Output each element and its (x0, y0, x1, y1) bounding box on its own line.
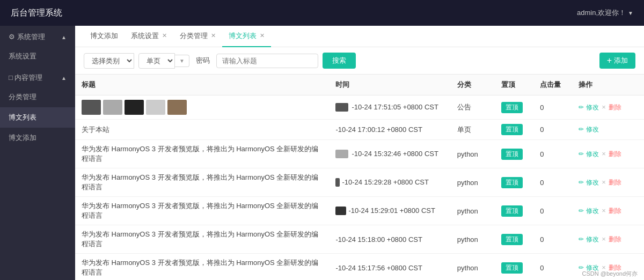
edit-button[interactable]: ✏ 修改 (579, 150, 598, 158)
cell-category: python (451, 168, 495, 197)
edit-button[interactable]: ✏ 修改 (579, 207, 598, 215)
table-row: 关于本站-10-24 17:00:12 +0800 CST单页置顶0✏ 修改 (75, 120, 644, 140)
pin-button[interactable]: 置顶 (501, 124, 523, 135)
sidebar-item-category-management[interactable]: 分类管理 (0, 87, 75, 107)
time-thumbnail (335, 150, 348, 158)
table-container: 标题 时间 分类 置顶 点击量 操作 -10-24 17:51:05 +0800… (75, 75, 644, 280)
cell-time: -10-24 15:29:28 +0800 CST (329, 168, 450, 197)
delete-button[interactable]: 删除 (609, 150, 621, 158)
header: 后台管理系统 admin,欢迎你！ ▼ (0, 0, 644, 26)
pin-button[interactable]: 置顶 (501, 205, 523, 217)
page-select[interactable]: 单页 (138, 53, 175, 69)
edit-button[interactable]: ✏ 修改 (579, 126, 598, 133)
edit-button[interactable]: ✏ 修改 (579, 235, 598, 243)
thumbnail-image (146, 100, 165, 115)
cell-title: 华为发布 HarmonyOS 3 开发者预览版，将推出为 HarmonyOS 全… (75, 254, 329, 281)
sidebar-item-system-settings[interactable]: 系统设置 (0, 46, 75, 67)
edit-button[interactable]: ✏ 修改 (579, 179, 598, 186)
delete-button[interactable]: 删除 (609, 207, 621, 215)
col-header-category: 分类 (451, 75, 495, 95)
tab-category-management-close[interactable]: ✕ (211, 33, 216, 39)
header-title: 后台管理系统 (11, 8, 62, 19)
cell-clicks: 0 (533, 197, 572, 225)
add-button[interactable]: + 添加 (599, 53, 635, 69)
tab-blog-list-label: 博文列表 (229, 31, 257, 41)
tab-blog-list[interactable]: 博文列表 ✕ (222, 26, 271, 47)
delete-button[interactable]: 删除 (609, 179, 621, 186)
tab-category-management[interactable]: 分类管理 ✕ (173, 26, 222, 47)
thumbnail-image (103, 100, 122, 115)
header-user[interactable]: admin,欢迎你！ ▼ (577, 8, 633, 18)
time-thumbnail (335, 103, 348, 112)
table-row: 华为发布 HarmonyOS 3 开发者预览版，将推出为 HarmonyOS 全… (75, 168, 644, 197)
cell-actions: ✏ 修改 (572, 120, 644, 140)
footer-attribution: CSDN @beyond何亦 (582, 270, 638, 278)
sidebar-section-system: ⚙ 系统管理 ▲ 系统设置 (0, 26, 75, 67)
tab-system-settings-close[interactable]: ✕ (162, 33, 167, 39)
arrow-up-icon: ▲ (61, 34, 67, 40)
action-separator: × (600, 235, 608, 243)
pin-button[interactable]: 置顶 (501, 262, 523, 274)
cell-actions: ✏ 修改 × 删除 (572, 225, 644, 254)
cell-clicks: 0 (533, 254, 572, 281)
cell-time: -10-24 17:51:05 +0800 CST (329, 95, 450, 120)
cell-pin: 置顶 (495, 95, 533, 120)
delete-button[interactable]: 删除 (609, 235, 621, 243)
pin-button[interactable]: 置顶 (501, 234, 523, 245)
cell-clicks: 0 (533, 140, 572, 168)
cell-title (75, 95, 329, 120)
cell-pin: 置顶 (495, 140, 533, 168)
tab-blog-list-close[interactable]: ✕ (260, 33, 265, 39)
cell-clicks: 0 (533, 168, 572, 197)
toolbar: 选择类别 单页 ▼ 密码 搜索 + 添加 (75, 47, 644, 75)
password-label: 密码 (194, 56, 212, 65)
cell-actions: ✏ 修改 × 删除 (572, 168, 644, 197)
table-header-row: 标题 时间 分类 置顶 点击量 操作 (75, 75, 644, 95)
blog-table: 标题 时间 分类 置顶 点击量 操作 -10-24 17:51:05 +0800… (75, 75, 644, 280)
sidebar-section-content-header[interactable]: □ 内容管理 ▲ (0, 67, 75, 87)
pin-button[interactable]: 置顶 (501, 102, 523, 113)
sidebar-item-blog-list[interactable]: 博文列表 (0, 107, 75, 128)
tab-system-settings-label: 系统设置 (131, 31, 159, 41)
col-header-time: 时间 (329, 75, 450, 95)
category-select[interactable]: 选择类别 (84, 53, 134, 69)
edit-button[interactable]: ✏ 修改 (579, 104, 598, 111)
thumbnail-image (82, 100, 101, 115)
pin-button[interactable]: 置顶 (501, 177, 523, 188)
time-thumbnail (335, 178, 340, 187)
thumbnail-image (125, 100, 144, 115)
page-select-wrapper: 单页 ▼ (138, 53, 189, 69)
action-separator: × (600, 103, 608, 111)
content-management-label: □ 内容管理 (9, 73, 42, 83)
app-container: 后台管理系统 admin,欢迎你！ ▼ ⚙ 系统管理 ▲ 系统设置 □ 内容管理… (0, 0, 644, 280)
title-search-input[interactable] (216, 54, 318, 68)
main-area: ⚙ 系统管理 ▲ 系统设置 □ 内容管理 ▲ 分类管理 博文列表 博文添加 博文… (0, 26, 644, 280)
page-select-arrow-icon: ▼ (175, 55, 189, 67)
cell-category: 单页 (451, 120, 495, 140)
tab-category-management-label: 分类管理 (180, 31, 208, 41)
table-row: 华为发布 HarmonyOS 3 开发者预览版，将推出为 HarmonyOS 全… (75, 140, 644, 168)
cell-category: python (451, 225, 495, 254)
plus-icon: + (607, 56, 612, 65)
action-separator: × (600, 150, 608, 158)
table-row: 华为发布 HarmonyOS 3 开发者预览版，将推出为 HarmonyOS 全… (75, 197, 644, 225)
table-row: 华为发布 HarmonyOS 3 开发者预览版，将推出为 HarmonyOS 全… (75, 225, 644, 254)
sidebar-item-blog-add[interactable]: 博文添加 (0, 128, 75, 148)
tab-blog-add[interactable]: 博文添加 (84, 26, 125, 47)
cell-title: 华为发布 HarmonyOS 3 开发者预览版，将推出为 HarmonyOS 全… (75, 168, 329, 197)
search-button[interactable]: 搜索 (323, 53, 356, 69)
cell-pin: 置顶 (495, 225, 533, 254)
cell-pin: 置顶 (495, 254, 533, 281)
tab-system-settings[interactable]: 系统设置 ✕ (125, 26, 173, 47)
tab-bar: 博文添加 系统设置 ✕ 分类管理 ✕ 博文列表 ✕ (75, 26, 644, 47)
delete-button[interactable]: 删除 (609, 104, 621, 111)
add-button-label: 添加 (614, 56, 628, 65)
pin-button[interactable]: 置顶 (501, 149, 523, 160)
cell-actions: ✏ 修改 × 删除 (572, 140, 644, 168)
content-area: 博文添加 系统设置 ✕ 分类管理 ✕ 博文列表 ✕ (75, 26, 644, 280)
action-separator: × (600, 178, 608, 186)
sidebar-section-system-header[interactable]: ⚙ 系统管理 ▲ (0, 26, 75, 46)
cell-time: -10-24 15:32:46 +0800 CST (329, 140, 450, 168)
cell-time: -10-24 15:29:01 +0800 CST (329, 197, 450, 225)
cell-clicks: 0 (533, 120, 572, 140)
